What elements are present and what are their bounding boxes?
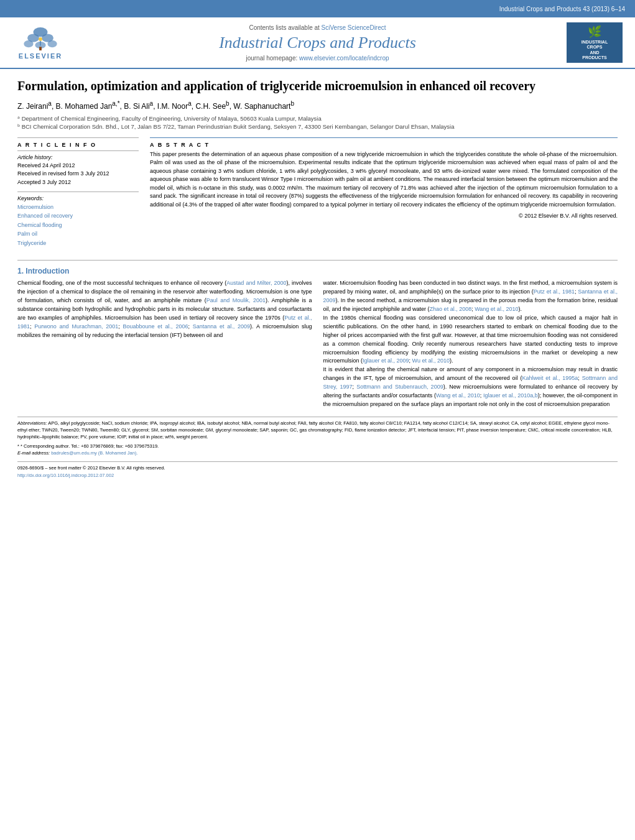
corresponding-author: * * Corresponding author. Tel.: +60 3796… [17, 443, 618, 450]
keyword-2: Enhanced oil recovery [17, 211, 139, 220]
history-received: Received 24 April 2012 [17, 162, 139, 170]
abstract-section: A B S T R A C T This paper presents the … [150, 138, 618, 219]
abstract-text: This paper presents the determination of… [150, 150, 618, 210]
ref-iglauer[interactable]: Iglauer et al., 2009 [363, 358, 409, 364]
article-title: Formulation, optimization and applicatio… [17, 78, 618, 94]
abstract-label: A B S T R A C T [150, 142, 618, 148]
keywords-section: Keywords: Microemulsion Enhanced oil rec… [17, 192, 139, 247]
ref-paul[interactable]: Paul and Moulik, 2001 [206, 297, 266, 303]
email-label: E-mail address: [17, 450, 50, 456]
section-name: Introduction [25, 267, 69, 275]
keyword-3: Chemical flooding [17, 221, 139, 229]
authors-text: Z. Jeirania, B. Mohamed Jana,*, B. Si Al… [17, 102, 294, 111]
svg-rect-6 [39, 47, 42, 50]
journal-citation: Industrial Crops and Products 43 (2013) … [499, 6, 625, 12]
logo-line-3: AND [582, 50, 608, 55]
ref-bouabboune[interactable]: Bouabboune et al., 2006 [123, 323, 188, 330]
svg-point-3 [24, 40, 33, 47]
corresponding-label: * Corresponding author. [21, 443, 70, 449]
doi-link[interactable]: http://dx.doi.org/10.1016/j.indcrop.2012… [17, 473, 114, 478]
ref-wang2[interactable]: Wang et al., 2010 [436, 392, 480, 399]
article-info-abstract: A R T I C L E I N F O Article history: R… [17, 137, 618, 254]
ref-zhao[interactable]: Zhao et al., 2008 [430, 306, 472, 312]
ref-purwono[interactable]: Purwono and Murachman, 2001 [34, 323, 118, 330]
journal-header: ELSEVIER Contents lists available at Sci… [0, 17, 635, 69]
ref-kahlweit[interactable]: Kahlweit et al., 1995a [522, 375, 578, 381]
history-revised: Received in revised form 3 July 2012 [17, 170, 139, 178]
affiliation-b: ᵇ BCI Chemical Corporation Sdn. Bhd., Lo… [17, 122, 618, 131]
authors-line: Z. Jeirania, B. Mohamed Jana,*, B. Si Al… [17, 100, 618, 111]
ref-santanna[interactable]: Santanna et al., 2009 [193, 323, 250, 330]
issn-line: 0926-6690/$ – see front matter © 2012 El… [17, 464, 618, 471]
contents-line: Contents lists available at SciVerse Sci… [81, 24, 554, 31]
history-label: Article history: [17, 154, 139, 160]
sciverse-link[interactable]: SciVerse ScienceDirect [322, 24, 386, 31]
logo-line-4: PRODUCTS [582, 55, 608, 60]
doi-line: http://dx.doi.org/10.1016/j.indcrop.2012… [17, 472, 618, 479]
intro-right-para-3: It is evident that altering the chemical… [323, 366, 618, 409]
ref-putz2[interactable]: Putz et al., 1981 [534, 288, 575, 295]
footnote-bottom: 0926-6690/$ – see front matter © 2012 El… [17, 461, 618, 479]
homepage-label: journal homepage: [246, 55, 297, 62]
email-address[interactable]: badrules@um.edu.my (B. Mohamed Jan). [51, 450, 137, 456]
right-column: A B S T R A C T This paper presents the … [150, 137, 618, 254]
history-accepted: Accepted 3 July 2012 [17, 178, 139, 187]
ref-sottmann2[interactable]: Sottmann and Stubenrauch, 2009 [356, 384, 443, 390]
elsevier-label: ELSEVIER [19, 52, 62, 60]
page: Industrial Crops and Products 43 (2013) … [0, 0, 635, 840]
intro-right-para-1: water. Microemulsion flooding has been c… [323, 279, 618, 314]
top-bar: Industrial Crops and Products 43 (2013) … [0, 0, 635, 17]
journal-logo-text: INDUSTRIAL CROPS AND PRODUCTS [582, 40, 608, 61]
svg-point-7 [39, 37, 42, 41]
corresponding-contact: Tel.: +60 379676869; fax: +60 379675319. [71, 443, 159, 449]
intro-right-para-2: In the 1980s chemical flooding was consi… [323, 314, 618, 366]
email-line: E-mail address: badrules@um.edu.my (B. M… [17, 450, 618, 457]
ref-iglauer2[interactable]: Iglauer et al., 2010a,b [483, 392, 538, 399]
section-divider [17, 260, 618, 261]
elsevier-tree-icon [22, 26, 59, 51]
article-info-label: A R T I C L E I N F O [17, 142, 139, 148]
journal-title: Industrial Crops and Products [81, 34, 554, 52]
contents-text: Contents lists available at [249, 24, 321, 31]
intro-left-para: Chemical flooding, one of the most succe… [17, 279, 312, 340]
journal-homepage: journal homepage: www.elsevier.com/locat… [81, 55, 554, 62]
article-info-section: A R T I C L E I N F O Article history: R… [17, 138, 139, 247]
homepage-url[interactable]: www.elsevier.com/locate/indcrop [299, 55, 389, 62]
introduction-section: 1. Introduction Chemical flooding, one o… [17, 267, 618, 409]
logo-line-2: CROPS [582, 45, 608, 50]
keywords-label: Keywords: [17, 195, 139, 201]
introduction-title: 1. Introduction [17, 267, 618, 275]
ref-austad[interactable]: Austad and Milter, 2000 [226, 280, 286, 286]
section-number: 1. [17, 267, 24, 275]
journal-center: Contents lists available at SciVerse Sci… [68, 24, 567, 62]
copyright-line: © 2012 Elsevier B.V. All rights reserved… [150, 213, 618, 219]
abbreviations-text: Abbreviations: APG, alkyl polyglycoside;… [17, 420, 618, 441]
intro-right-col: water. Microemulsion flooding has been c… [323, 279, 618, 409]
keyword-4: Palm oil [17, 229, 139, 238]
affiliation-a: ᵃ Department of Chemical Engineering, Fa… [17, 114, 618, 122]
affiliations: ᵃ Department of Chemical Engineering, Fa… [17, 114, 618, 131]
ref-wu[interactable]: Wu et al., 2010 [412, 358, 450, 364]
logo-line-1: INDUSTRIAL [582, 40, 608, 45]
keyword-5: Triglyceride [17, 239, 139, 247]
svg-point-5 [47, 40, 57, 47]
plant-icon: 🌿 [588, 25, 601, 39]
elsevier-logo: ELSEVIER [12, 24, 68, 62]
intro-left-col: Chemical flooding, one of the most succe… [17, 279, 312, 409]
article-body: Formulation, optimization and applicatio… [0, 69, 635, 487]
journal-logo-box: 🌿 INDUSTRIAL CROPS AND PRODUCTS [567, 22, 623, 63]
abbreviations-label: Abbreviations: [17, 420, 47, 426]
article-history: Article history: Received 24 April 2012 … [17, 150, 139, 187]
ref-wang[interactable]: Wang et al., 2010 [475, 306, 518, 312]
introduction-columns: Chemical flooding, one of the most succe… [17, 279, 618, 409]
keyword-1: Microemulsion [17, 203, 139, 211]
left-column: A R T I C L E I N F O Article history: R… [17, 137, 139, 254]
abbreviations-content: APG, alkyl polyglycoside; NaCl, sodium c… [17, 420, 613, 440]
footnote-section: Abbreviations: APG, alkyl polyglycoside;… [17, 417, 618, 456]
